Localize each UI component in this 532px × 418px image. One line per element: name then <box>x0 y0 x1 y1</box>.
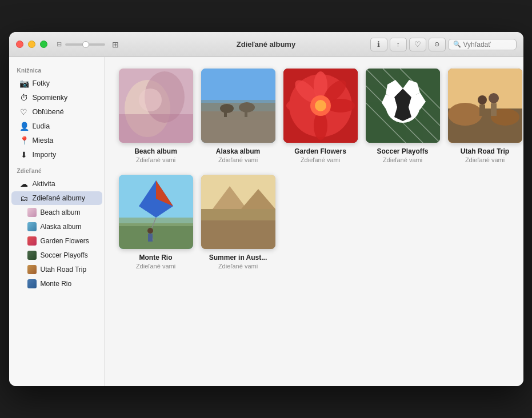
album-summer[interactable]: Summer in Aust... Zdieľané vami <box>201 175 275 270</box>
svg-rect-46 <box>119 223 193 249</box>
garden-image <box>283 69 358 143</box>
album-monte-name: Monte Rio <box>139 254 173 262</box>
albums-grid-row1: Beach album Zdieľané vami <box>119 69 510 163</box>
share-button[interactable]: ↑ <box>390 38 407 51</box>
sidebar-sub-garden[interactable]: Garden Flowers <box>11 234 102 248</box>
slider-track[interactable] <box>65 43 105 46</box>
monte-image <box>119 175 193 249</box>
soccer-thumb-icon <box>27 251 37 260</box>
minimize-button[interactable] <box>28 41 35 48</box>
album-summer-sub: Zdieľané vami <box>218 263 258 270</box>
album-garden-sub: Zdieľané vami <box>301 156 340 163</box>
favorite-button[interactable]: ♡ <box>409 38 426 51</box>
svg-rect-4 <box>119 114 193 143</box>
alaska-image <box>201 69 275 143</box>
album-soccer-thumbnail <box>366 69 440 143</box>
sidebar-item-places-label: Miesta <box>33 136 54 144</box>
album-beach-thumbnail <box>119 69 193 143</box>
sidebar-item-people[interactable]: 👤 Ľudia <box>11 119 102 133</box>
album-beach-sub: Zdieľané vami <box>136 156 175 163</box>
heart-icon: ♡ <box>414 40 421 49</box>
svg-rect-9 <box>224 106 227 117</box>
search-box[interactable]: 🔍 <box>448 39 517 50</box>
svg-point-41 <box>478 95 487 104</box>
slider-thumb[interactable] <box>82 41 89 48</box>
share-icon: ↑ <box>397 41 400 49</box>
activity-icon: ☁ <box>19 179 29 188</box>
album-monte[interactable]: Monte Rio Zdieľané vami <box>119 175 193 270</box>
album-soccer-name: Soccer Playoffs <box>377 147 428 155</box>
utah-thumb-icon <box>27 265 37 274</box>
sidebar-item-memories[interactable]: ⏱ Spomienky <box>11 91 102 104</box>
favorites-icon: ♡ <box>19 107 29 116</box>
sidebar-sub-utah-label: Utah Road Trip <box>41 266 87 274</box>
sidebar-item-photos-label: Fotky <box>33 79 50 87</box>
album-utah-name: Utah Road Trip <box>461 147 509 155</box>
slider-small-icon: ⊟ <box>57 41 62 48</box>
sidebar-sub-garden-label: Garden Flowers <box>41 237 89 245</box>
album-monte-sub: Zdieľané vami <box>136 263 175 270</box>
album-alaska[interactable]: Alaska album Zdieľané vami <box>201 69 275 163</box>
cloud-button[interactable]: ⊙ <box>429 38 446 51</box>
album-utah[interactable]: Utah Road Trip Zdieľané vami <box>448 69 522 163</box>
svg-point-52 <box>147 228 153 234</box>
sidebar-item-memories-label: Spomienky <box>33 94 68 102</box>
info-icon: ℹ <box>377 40 380 49</box>
sidebar-sub-monte[interactable]: Monte Rio <box>11 277 102 291</box>
svg-point-39 <box>448 103 482 126</box>
album-utah-sub: Zdieľané vami <box>465 156 505 163</box>
close-button[interactable] <box>16 41 23 48</box>
albums-grid-row2: Monte Rio Zdieľané vami <box>119 175 510 270</box>
svg-point-22 <box>315 100 326 111</box>
sidebar-sub-soccer-label: Soccer Playoffs <box>41 251 88 259</box>
svg-point-3 <box>139 89 162 111</box>
album-alaska-thumbnail <box>201 69 275 143</box>
summer-image <box>201 175 275 249</box>
album-beach[interactable]: Beach album Zdieľané vami <box>119 69 193 163</box>
sidebar-item-imports[interactable]: ⬇ Importy <box>11 148 102 162</box>
size-slider[interactable]: ⊟ ⊞ <box>57 40 119 49</box>
album-soccer[interactable]: Soccer Playoffs Zdieľané vami <box>366 69 440 163</box>
svg-rect-53 <box>148 234 153 242</box>
sidebar-sub-monte-label: Monte Rio <box>41 280 72 288</box>
sidebar-sub-utah[interactable]: Utah Road Trip <box>11 263 102 276</box>
library-section-label: Knižnica <box>9 62 105 76</box>
sidebar-sub-alaska[interactable]: Alaska album <box>11 220 102 234</box>
main-layout: Knižnica 📷 Fotky ⏱ Spomienky ♡ Obľúbené … <box>9 57 523 386</box>
utah-image <box>448 69 522 143</box>
info-button[interactable]: ℹ <box>370 38 387 51</box>
app-window: ⊟ ⊞ Zdieľané albumy ℹ ↑ ♡ ⊙ 🔍 <box>9 32 523 386</box>
album-soccer-sub: Zdieľané vami <box>383 156 422 163</box>
sidebar: Knižnica 📷 Fotky ⏱ Spomienky ♡ Obľúbené … <box>9 57 105 386</box>
grid-size-icon: ⊞ <box>112 40 119 49</box>
traffic-lights <box>16 41 47 48</box>
imports-icon: ⬇ <box>19 150 29 159</box>
sidebar-item-photos[interactable]: 📷 Fotky <box>11 77 102 90</box>
alaska-thumb-icon <box>27 222 37 231</box>
titlebar: ⊟ ⊞ Zdieľané albumy ℹ ↑ ♡ ⊙ 🔍 <box>9 32 523 57</box>
svg-rect-59 <box>201 220 275 249</box>
sidebar-item-shared-albums[interactable]: 🗂 Zdieľané albumy <box>11 191 102 205</box>
search-input[interactable] <box>463 41 511 49</box>
shared-albums-icon: 🗂 <box>19 194 29 203</box>
sidebar-item-shared-albums-label: Zdieľané albumy <box>33 194 86 202</box>
sidebar-item-activity[interactable]: ☁ Aktivita <box>11 177 102 191</box>
album-summer-thumbnail <box>201 175 275 249</box>
sidebar-item-activity-label: Aktivita <box>33 180 55 188</box>
sidebar-sub-alaska-label: Alaska album <box>41 223 82 231</box>
album-summer-name: Summer in Aust... <box>209 254 267 262</box>
shared-section-label: Zdieľané <box>9 162 105 176</box>
sidebar-item-imports-label: Importy <box>33 151 57 159</box>
monte-thumb-icon <box>27 279 37 288</box>
album-garden[interactable]: Garden Flowers Zdieľané vami <box>283 69 358 163</box>
sidebar-sub-soccer[interactable]: Soccer Playoffs <box>11 248 102 262</box>
cloud-icon: ⊙ <box>434 41 439 48</box>
sidebar-item-favorites[interactable]: ♡ Obľúbené <box>11 105 102 119</box>
svg-rect-47 <box>119 218 193 226</box>
window-title: Zdieľané albumy <box>237 40 295 49</box>
sidebar-item-places[interactable]: 📍 Miesta <box>11 134 102 147</box>
svg-point-43 <box>489 93 499 103</box>
sidebar-sub-beach[interactable]: Beach album <box>11 206 102 219</box>
toolbar-controls: ℹ ↑ ♡ ⊙ 🔍 <box>370 38 517 51</box>
maximize-button[interactable] <box>40 41 47 48</box>
